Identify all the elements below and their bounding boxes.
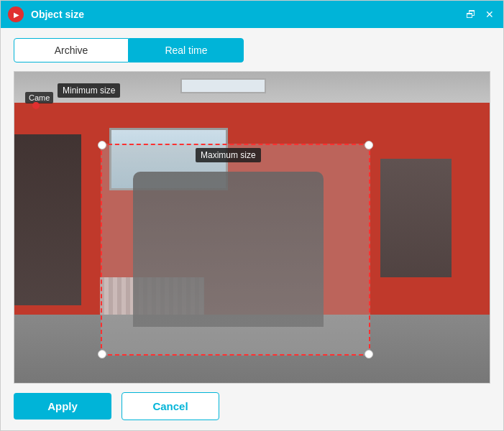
cancel-button[interactable]: Cancel bbox=[122, 392, 219, 420]
camera-dot-icon bbox=[32, 102, 40, 109]
tabs-container: Archive Real time bbox=[14, 38, 490, 62]
window-title: Object size bbox=[31, 9, 464, 20]
apply-button[interactable]: Apply bbox=[14, 393, 111, 420]
object-size-window: Object size 🗗 ✕ Archive Real time bbox=[0, 0, 504, 431]
main-content: Archive Real time Came Minimum size bbox=[1, 28, 503, 430]
scene-background bbox=[14, 72, 490, 383]
tab-archive[interactable]: Archive bbox=[14, 38, 129, 62]
camera-label: Came bbox=[25, 92, 53, 103]
photo-equipment bbox=[14, 134, 81, 305]
titlebar: Object size 🗗 ✕ bbox=[1, 1, 503, 28]
tab-realtime[interactable]: Real time bbox=[129, 38, 244, 62]
maximize-button[interactable]: 🗗 bbox=[464, 8, 477, 21]
close-button[interactable]: ✕ bbox=[483, 8, 496, 21]
image-viewer: Came Minimum size Maximum size bbox=[14, 71, 490, 384]
minimum-size-label: Minimum size bbox=[58, 83, 120, 98]
titlebar-controls: 🗗 ✕ bbox=[464, 8, 496, 21]
photo-chair bbox=[380, 159, 452, 277]
app-logo-icon bbox=[8, 6, 24, 22]
photo-light bbox=[180, 78, 266, 94]
photo-person bbox=[133, 172, 323, 328]
footer-buttons: Apply Cancel bbox=[14, 384, 490, 420]
